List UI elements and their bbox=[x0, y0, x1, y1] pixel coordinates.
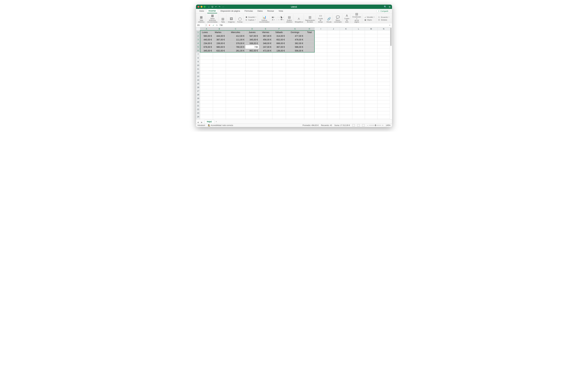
cell-E25[interactable] bbox=[259, 119, 273, 120]
cell-B15[interactable] bbox=[213, 82, 226, 85]
cell-J6[interactable] bbox=[327, 49, 340, 53]
cell-G19[interactable] bbox=[286, 97, 304, 100]
cell-L8[interactable] bbox=[352, 56, 365, 60]
cell-N7[interactable] bbox=[378, 53, 390, 56]
col-header-F[interactable]: F bbox=[273, 27, 286, 30]
cell-F17[interactable] bbox=[273, 89, 286, 93]
cell-N23[interactable] bbox=[378, 111, 390, 115]
btn-wordart[interactable]: 𝒜WordArt▾ bbox=[364, 16, 375, 18]
cell-E14[interactable] bbox=[259, 78, 273, 82]
formula-input[interactable]: 736 bbox=[218, 24, 223, 26]
cell-N22[interactable] bbox=[378, 108, 390, 111]
cell-B10[interactable] bbox=[213, 63, 226, 67]
cell-C23[interactable] bbox=[226, 111, 246, 115]
cell-A22[interactable] bbox=[200, 108, 213, 111]
chart-type-row2[interactable]: ◔▾ ⋮▾ 🗺▾ bbox=[272, 19, 284, 21]
cell-G15[interactable] bbox=[286, 82, 304, 85]
cell-M17[interactable] bbox=[365, 89, 378, 93]
cell-B18[interactable] bbox=[213, 93, 226, 97]
cell-I8[interactable] bbox=[315, 56, 327, 60]
cell-H9[interactable] bbox=[304, 60, 315, 63]
cell-C24[interactable] bbox=[226, 115, 246, 119]
cell-K5[interactable] bbox=[340, 45, 352, 49]
cell-L5[interactable] bbox=[352, 45, 365, 49]
cell-C20[interactable] bbox=[226, 100, 246, 104]
cell-G8[interactable] bbox=[286, 56, 304, 60]
cell-H19[interactable] bbox=[304, 97, 315, 100]
cell-C9[interactable] bbox=[226, 60, 246, 63]
cell-G12[interactable] bbox=[286, 71, 304, 75]
cell-F12[interactable] bbox=[273, 71, 286, 75]
cell-M1[interactable] bbox=[365, 30, 378, 34]
cell-K21[interactable] bbox=[340, 104, 352, 108]
cell-M22[interactable] bbox=[365, 108, 378, 111]
cell-K1[interactable] bbox=[340, 30, 352, 34]
row-header-15[interactable]: 15 bbox=[196, 82, 200, 85]
cell-G14[interactable] bbox=[286, 78, 304, 82]
cell-G20[interactable] bbox=[286, 100, 304, 104]
cell-B20[interactable] bbox=[213, 100, 226, 104]
more-icon[interactable]: ⋯ bbox=[222, 6, 224, 8]
cell-A21[interactable] bbox=[200, 104, 213, 108]
cell-I12[interactable] bbox=[315, 71, 327, 75]
scrollbar-thumb[interactable] bbox=[390, 28, 392, 46]
cell-K7[interactable] bbox=[340, 53, 352, 56]
cell-G18[interactable] bbox=[286, 93, 304, 97]
btn-minigraficos[interactable]: ⩚Minigráficos bbox=[294, 14, 304, 23]
cell-F25[interactable] bbox=[273, 119, 286, 120]
row-header-3[interactable]: 3 bbox=[196, 38, 200, 41]
cell-H25[interactable] bbox=[304, 119, 315, 120]
cell-I14[interactable] bbox=[315, 78, 327, 82]
cell-L23[interactable] bbox=[352, 111, 365, 115]
redo-icon[interactable]: ↷ bbox=[219, 6, 220, 8]
cell-K11[interactable] bbox=[340, 67, 352, 71]
cell-F14[interactable] bbox=[273, 78, 286, 82]
cell-M9[interactable] bbox=[365, 60, 378, 63]
tab-inicio[interactable]: Inicio bbox=[198, 9, 205, 13]
cell-A1[interactable]: Lunes bbox=[200, 30, 213, 34]
cell-K10[interactable] bbox=[340, 63, 352, 67]
cell-L22[interactable] bbox=[352, 108, 365, 111]
cell-K13[interactable] bbox=[340, 75, 352, 78]
cell-M5[interactable] bbox=[365, 45, 378, 49]
view-page-layout[interactable] bbox=[357, 124, 360, 126]
tab-revisar[interactable]: Revisar bbox=[266, 9, 275, 13]
cell-M4[interactable] bbox=[365, 41, 378, 45]
row-header-8[interactable]: 8 bbox=[196, 56, 200, 60]
cell-D16[interactable] bbox=[246, 85, 259, 89]
tab-disposicion[interactable]: Disposición de página bbox=[219, 9, 241, 13]
btn-vinculo[interactable]: 🔗Vínculo bbox=[326, 14, 333, 23]
col-header-M[interactable]: M bbox=[365, 27, 378, 30]
view-normal[interactable] bbox=[352, 124, 355, 126]
btn-imagenes[interactable]: 🖼Imágenes bbox=[227, 14, 235, 23]
cell-F13[interactable] bbox=[273, 75, 286, 78]
cell-L6[interactable] bbox=[352, 49, 365, 53]
tab-vista[interactable]: Vista bbox=[277, 9, 284, 13]
cell-H1[interactable]: Total bbox=[304, 30, 315, 34]
cell-C12[interactable] bbox=[226, 71, 246, 75]
undo-icon[interactable]: ↶ bbox=[215, 6, 217, 8]
cell-M7[interactable] bbox=[365, 53, 378, 56]
col-header-J[interactable]: J bbox=[327, 27, 340, 30]
cell-J17[interactable] bbox=[327, 89, 340, 93]
vertical-scrollbar[interactable] bbox=[390, 28, 392, 119]
cell-J7[interactable] bbox=[327, 53, 340, 56]
cell-L21[interactable] bbox=[352, 104, 365, 108]
row-header-17[interactable]: 17 bbox=[196, 89, 200, 93]
cell-I20[interactable] bbox=[315, 100, 327, 104]
cell-J1[interactable] bbox=[327, 30, 340, 34]
cell-F20[interactable] bbox=[273, 100, 286, 104]
cell-K9[interactable] bbox=[340, 60, 352, 63]
cell-M23[interactable] bbox=[365, 111, 378, 115]
cell-I16[interactable] bbox=[315, 85, 327, 89]
cell-A10[interactable] bbox=[200, 63, 213, 67]
cell-K14[interactable] bbox=[340, 78, 352, 82]
btn-cuadro-texto[interactable]: ACuadro de texto bbox=[343, 14, 351, 23]
cell-B6[interactable]: 632,00 € bbox=[213, 49, 226, 53]
cell-N1[interactable] bbox=[378, 30, 390, 34]
cell-C22[interactable] bbox=[226, 108, 246, 111]
cell-E13[interactable] bbox=[259, 75, 273, 78]
cell-G11[interactable] bbox=[286, 67, 304, 71]
cell-M16[interactable] bbox=[365, 85, 378, 89]
cell-J14[interactable] bbox=[327, 78, 340, 82]
